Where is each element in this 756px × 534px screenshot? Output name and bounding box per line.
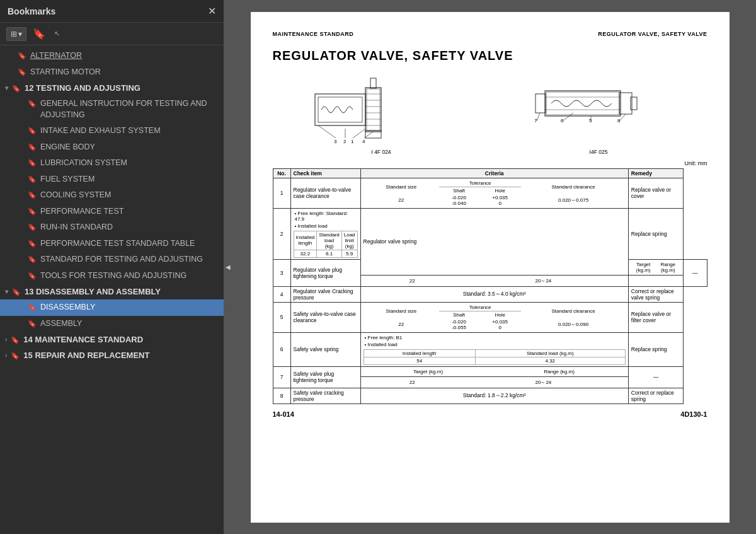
sidebar-item-label: LUBRICATION SYSTEM [40,158,219,169]
bookmark-icon: 🔖 [28,190,37,200]
header-left: MAINTENANCE STANDARD [273,31,354,37]
bookmark-icon: 🔖 [28,223,37,232]
svg-rect-23 [619,93,632,114]
col-header-check: Check item [290,168,360,178]
svg-text:3: 3 [334,139,337,144]
svg-line-17 [353,129,365,138]
row-no: 5 [273,302,290,332]
criteria-cell: 22 20～24 [360,275,628,286]
sidebar-item-15-repair[interactable]: › 🔖 15 REPAIR AND REPLACEMENT [0,347,224,363]
criteria-cell: Standard size Tolerance Standard clearan… [360,178,628,208]
row-no: 8 [273,388,290,403]
sidebar-item-14-maintenance[interactable]: › 🔖 14 MAINTENANCE STANDARD [0,332,224,347]
bookmark-icon: 🔖 [28,239,37,248]
sidebar-item-cooling[interactable]: 🔖 COOLING SYSTEM [0,187,224,204]
bookmark-icon: 🔖 [11,352,20,360]
bookmark-icon: 🔖 [28,99,37,108]
dropdown-arrow-icon: ▾ [18,30,22,38]
sidebar: Bookmarks ✕ ⊞ ▾ 🔖 ↖ 🔖 ALTERNATOR 🔖 START… [0,0,224,534]
sidebar-item-lubrication[interactable]: 🔖 LUBRICATION SYSTEM [0,155,224,171]
bookmark-list: 🔖 ALTERNATOR 🔖 STARTING MOTOR ▾ 🔖 12 TES… [0,45,224,534]
bookmark-add-button[interactable]: 🔖 [30,26,48,41]
check-item: Regulator valve plug tightening torque [290,259,360,286]
sidebar-item-label: GENERAL INSTRUCTION FOR TESTING AND ADJU… [40,98,219,120]
row-no: 2 [273,208,290,259]
bookmark-icon: 🔖 [12,288,21,296]
row-no: 3 [273,259,290,286]
remedy-cell: Correct or replace valve spring [628,286,683,302]
check-item: Safety valve spring [290,332,360,366]
page-footer: 14-014 4D130-1 [273,410,707,418]
remedy-cell: Replace spring [628,332,683,366]
page-panel: MAINTENANCE STANDARD REGULATOR VALVE, SA… [251,12,730,523]
diagram2-label: I4F 025 [590,149,608,155]
view-options-button[interactable]: ⊞ ▾ [6,27,26,41]
bookmark-icon: 🔖 [28,271,37,281]
page-title: REGULATOR VALVE, SAFETY VALVE [273,49,707,63]
diagrams-row: 4 2 1 3 I 4F 024 [273,72,707,155]
collapse-sidebar-button[interactable]: ◀ [224,258,232,277]
sidebar-item-label: ALTERNATOR [30,50,219,62]
svg-line-18 [318,125,336,138]
valve-diagram-1: 4 2 1 3 [309,75,454,144]
close-button[interactable]: ✕ [208,5,216,17]
row-no: 1 [273,178,290,208]
diagram1-container: 4 2 1 3 I 4F 024 [306,72,457,155]
row-no: 6 [273,332,290,366]
sidebar-item-label: COOLING SYSTEM [40,190,219,201]
col-header-no: No. [273,168,290,178]
svg-rect-21 [546,92,619,115]
remedy-cell: Replace valve or filter cover [628,302,683,332]
svg-line-31 [537,113,540,121]
criteria-cell: • Free length: Standard: 47.9 • Installe… [290,208,360,259]
sidebar-item-label: TOOLS FOR TESTING AND ADJUSTING [40,270,219,282]
svg-text:2: 2 [343,139,346,144]
sidebar-item-tools-testing[interactable]: 🔖 TOOLS FOR TESTING AND ADJUSTING [0,268,224,284]
sidebar-item-13-disassembly[interactable]: ▾ 🔖 13 DISASSEMBLY AND ASSEMBLY [0,284,224,299]
sidebar-item-12-testing[interactable]: ▾ 🔖 12 TESTING AND ADJUSTING [0,80,224,96]
remedy-cell: — [684,259,707,286]
svg-rect-4 [370,78,376,88]
svg-rect-20 [545,91,621,116]
sidebar-item-general-instruction[interactable]: 🔖 GENERAL INSTRUCTION FOR TESTING AND AD… [0,96,224,123]
sidebar-item-engine-body[interactable]: 🔖 ENGINE BODY [0,139,224,156]
criteria-cell: Standard: 3.5～4.0 kg/cm² [360,286,628,302]
row-no: 4 [273,286,290,302]
criteria-cell: Standard: 1.8～2.2 kg/cm² [360,388,628,403]
svg-rect-2 [365,88,381,132]
sidebar-item-run-in[interactable]: 🔖 RUN-IN STANDARD [0,219,224,236]
sidebar-item-perf-standard[interactable]: 🔖 PERFORMANCE TEST STANDARD TABLE [0,236,224,252]
sidebar-item-assembly[interactable]: 🔖 ASSEMBLY [0,316,224,332]
sidebar-item-intake-exhaust[interactable]: 🔖 INTAKE AND EXHAUST SYSTEM [0,123,224,139]
sidebar-title: Bookmarks [8,6,55,16]
footer-right: 4D130-1 [680,410,707,418]
bookmark-icon: 🔖 [12,84,21,93]
sidebar-item-performance-test[interactable]: 🔖 PERFORMANCE TEST [0,204,224,220]
criteria-cell: 22 20～24 [360,376,628,388]
data-table: No. Check item Criteria Remedy 1 Regulat… [273,168,707,404]
sidebar-item-label: STANDARD FOR TESTING AND ADJUSTING [40,254,219,265]
sidebar-item-label: 15 REPAIR AND REPLACEMENT [23,351,149,360]
table-row: 8 Safety valve cracking pressure Standar… [273,388,707,403]
bookmark-icon: 🔖 [28,175,37,184]
sidebar-item-label: 12 TESTING AND ADJUSTING [25,83,140,93]
chevron-down-icon: ▾ [5,84,8,91]
sidebar-item-starting-motor[interactable]: 🔖 STARTING MOTOR [0,64,224,81]
sidebar-item-disassembly[interactable]: 🔖 DISASSEMBLY [0,299,224,316]
sidebar-item-label: 13 DISASSEMBLY AND ASSEMBLY [25,287,161,296]
row-no: 7 [273,366,290,388]
check-item: Safety valve-to-valve case clearance [290,302,360,332]
remedy-cell: Correct or replace spring [628,388,683,403]
svg-text:1: 1 [351,139,354,144]
bookmark-icon: 🔖 [11,336,20,344]
svg-text:4: 4 [362,139,365,144]
sidebar-item-standard-testing[interactable]: 🔖 STANDARD FOR TESTING AND ADJUSTING [0,252,224,268]
bookmark-icon: 🔖 [28,207,37,216]
sidebar-item-alternator[interactable]: 🔖 ALTERNATOR [0,48,224,64]
svg-text:5: 5 [589,118,592,124]
valve-diagram-2: 7 6 5 8 [526,75,671,144]
page-header: MAINTENANCE STANDARD REGULATOR VALVE, SA… [273,31,707,37]
bookmark-icon: 🔖 [18,51,26,61]
sidebar-item-label: PERFORMANCE TEST [40,206,219,218]
sidebar-item-fuel-system[interactable]: 🔖 FUEL SYSTEM [0,171,224,188]
